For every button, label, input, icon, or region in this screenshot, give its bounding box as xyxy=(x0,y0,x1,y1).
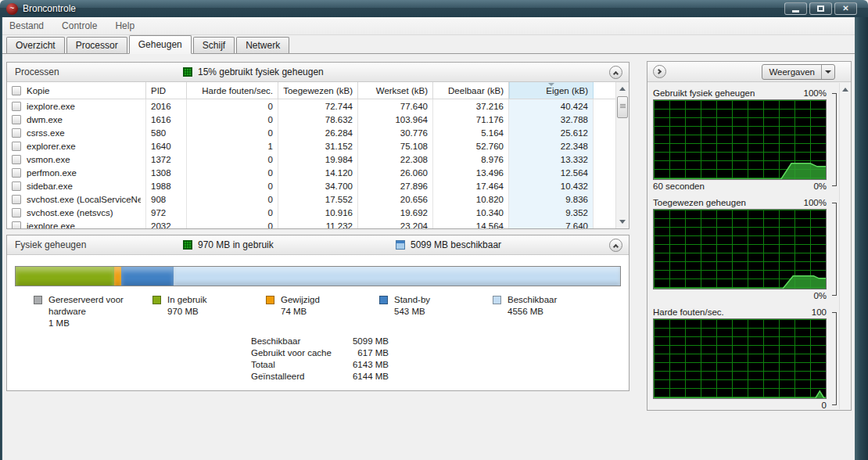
menu-item[interactable]: Controle xyxy=(62,20,97,31)
private-cell: 22.348 xyxy=(509,139,594,153)
column-header-hard-faults[interactable]: Harde fouten/sec. xyxy=(187,82,278,99)
legend-value: 1 MB xyxy=(48,318,70,328)
row-checkbox[interactable] xyxy=(12,142,21,151)
collapse-panel-button[interactable] xyxy=(653,65,666,78)
chart-max-label: 100 xyxy=(812,307,827,317)
pid-cell: 972 xyxy=(146,206,187,219)
shareable-cell: 10.340 xyxy=(433,206,509,219)
table-row[interactable]: dwm.exe 1616 0 78.632 103.964 71.176 32.… xyxy=(7,113,629,126)
shareable-cell: 14.564 xyxy=(433,219,509,228)
main-area: Processen 15% gebruikt fysiek geheugen K… xyxy=(2,55,855,460)
charts-list: Gebruikt fysiek geheugen 100% 60 seconde… xyxy=(653,83,838,410)
table-row[interactable]: explorer.exe 1640 1 31.152 75.108 52.760… xyxy=(7,139,629,153)
charts-panel-scrollbar[interactable] xyxy=(839,83,850,409)
row-checkbox[interactable] xyxy=(12,208,21,217)
legend-swatch xyxy=(152,296,161,304)
process-name-cell: sidebar.exe xyxy=(7,179,146,192)
tab-label: Overzicht xyxy=(16,40,56,51)
shareable-cell: 71.176 xyxy=(433,113,509,126)
title-bar[interactable]: ~ Broncontrole ✕ xyxy=(0,0,868,17)
row-checkbox[interactable] xyxy=(12,195,21,204)
table-row[interactable]: iexplore.exe 2032 0 11.232 23.204 14.564… xyxy=(7,219,629,228)
process-name-cell: svchost.exe (netsvcs) xyxy=(7,206,146,219)
private-cell: 40.424 xyxy=(509,99,594,113)
menu-item[interactable]: Help xyxy=(115,20,135,31)
row-checkbox[interactable] xyxy=(12,168,21,178)
column-header-pid[interactable]: PID xyxy=(146,82,187,99)
table-row[interactable]: iexplore.exe 2016 0 72.744 77.640 37.216… xyxy=(7,99,629,113)
scroll-down-button[interactable] xyxy=(617,216,628,228)
sort-descending-icon xyxy=(548,83,554,86)
arrow-up-icon xyxy=(842,88,848,92)
shareable-cell: 5.164 xyxy=(433,126,509,139)
process-name: csrss.exe xyxy=(27,128,65,138)
tab[interactable]: Overzicht xyxy=(6,37,65,53)
tab-label: Geheugen xyxy=(138,39,182,50)
row-checkbox[interactable] xyxy=(12,102,21,111)
views-dropdown-arrow[interactable] xyxy=(821,65,834,79)
scroll-up-button[interactable] xyxy=(617,83,628,95)
chart-max-label: 100% xyxy=(804,198,827,207)
legend-value: 74 MB xyxy=(281,307,307,316)
column-header-name[interactable]: Kopie xyxy=(7,82,146,99)
scroll-up-button[interactable] xyxy=(841,84,849,95)
chart-area-fill xyxy=(654,319,826,398)
legend-text: In gebruik 970 MB xyxy=(167,294,249,329)
hard-faults-cell: 0 xyxy=(187,166,278,179)
row-checkbox[interactable] xyxy=(12,181,21,191)
column-header-private[interactable]: Eigen (kB) xyxy=(509,82,594,99)
process-name: iexplore.exe xyxy=(27,102,75,111)
tab[interactable]: Schijf xyxy=(193,37,235,53)
tab[interactable]: Geheugen xyxy=(129,35,192,54)
memory-collapse-button[interactable] xyxy=(609,239,622,252)
minimize-button[interactable] xyxy=(784,2,807,15)
chart-scale-bracket xyxy=(832,203,837,296)
commit-cell: 10.916 xyxy=(278,206,358,219)
table-row[interactable]: perfmon.exe 1308 0 14.120 26.060 13.496 … xyxy=(7,166,629,179)
shareable-cell: 17.464 xyxy=(433,179,509,192)
tab[interactable]: Netwerk xyxy=(236,37,289,53)
row-checkbox[interactable] xyxy=(12,128,21,138)
table-row[interactable]: csrss.exe 580 0 26.284 30.776 5.164 25.6… xyxy=(7,126,629,139)
row-checkbox[interactable] xyxy=(12,221,21,229)
maximize-button[interactable] xyxy=(809,2,832,15)
chart-area-fill xyxy=(654,210,826,289)
views-button[interactable]: Weergaven xyxy=(762,64,835,80)
table-row[interactable]: vsmon.exe 1372 0 19.984 22.308 8.976 13.… xyxy=(7,153,629,166)
select-all-checkbox[interactable] xyxy=(12,86,21,95)
row-checkbox[interactable] xyxy=(12,115,21,124)
hard-faults-cell: 0 xyxy=(187,126,278,139)
close-icon: ✕ xyxy=(842,5,848,13)
private-cell: 9.836 xyxy=(509,192,594,206)
commit-cell: 14.120 xyxy=(278,166,358,179)
memory-used-status: 970 MB in gebruik xyxy=(198,239,274,250)
process-table-scrollbar[interactable] xyxy=(615,82,629,228)
detail-label: Gebruikt voor cache xyxy=(251,347,332,359)
process-name: svchost.exe (LocalServiceNet... xyxy=(27,195,141,204)
process-name: sidebar.exe xyxy=(27,181,73,191)
scrollbar-thumb[interactable] xyxy=(617,96,628,118)
table-row[interactable]: sidebar.exe 1988 0 34.700 27.896 17.464 … xyxy=(7,179,629,192)
app-icon: ~ xyxy=(6,3,18,15)
chevron-up-icon xyxy=(613,71,619,77)
tab[interactable]: Processor xyxy=(66,37,127,53)
table-row[interactable]: svchost.exe (LocalServiceNet... 908 0 17… xyxy=(7,192,629,206)
shareable-cell: 13.496 xyxy=(433,166,509,179)
process-table-header: Kopie PID Harde fouten/sec. Toegewezen (… xyxy=(7,82,629,99)
column-header-shareable[interactable]: Deelbaar (kB) xyxy=(433,82,509,99)
column-header-commit[interactable]: Toegewezen (kB) xyxy=(278,82,358,99)
hard-faults-cell: 0 xyxy=(187,153,278,166)
table-row[interactable]: svchost.exe (netsvcs) 972 0 10.916 19.69… xyxy=(7,206,629,219)
menu-item[interactable]: Bestand xyxy=(9,20,44,31)
hard-faults-cell: 0 xyxy=(187,179,278,192)
window-title: Broncontrole xyxy=(23,3,784,14)
process-name-cell: svchost.exe (LocalServiceNet... xyxy=(7,192,146,206)
legend-text: Gewijzigd 74 MB xyxy=(281,294,363,329)
working-set-cell: 75.108 xyxy=(358,139,433,153)
tab-label: Netwerk xyxy=(246,40,280,51)
column-header-working-set[interactable]: Werkset (kB) xyxy=(358,82,433,99)
processes-collapse-button[interactable] xyxy=(609,66,622,79)
chart-graph xyxy=(653,318,827,399)
row-checkbox[interactable] xyxy=(12,155,21,164)
close-button[interactable]: ✕ xyxy=(834,2,857,15)
